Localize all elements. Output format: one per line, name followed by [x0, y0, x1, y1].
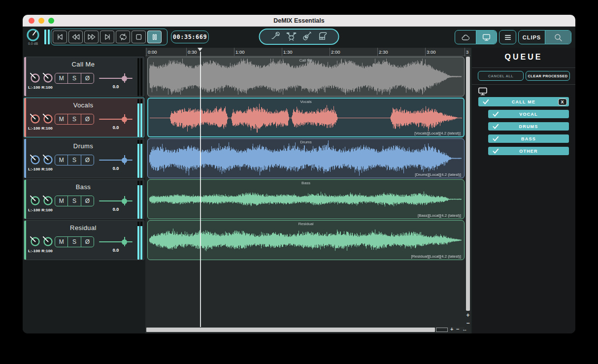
- time-ruler[interactable]: 0:000:301:001:302:002:303:003: [145, 48, 471, 56]
- vertical-scrollbar[interactable]: [466, 57, 470, 320]
- volume-slider[interactable]: [99, 75, 133, 82]
- mute-button[interactable]: M: [55, 73, 67, 83]
- clip-title: Bass: [148, 181, 464, 185]
- h-zoom-fit-button[interactable]: ↔: [462, 326, 467, 332]
- volume-value: 0.0: [107, 125, 125, 130]
- solo-button[interactable]: S: [67, 196, 80, 206]
- transport-rewind-button[interactable]: [68, 31, 83, 43]
- mute-button[interactable]: M: [55, 114, 67, 124]
- zoom-range-box[interactable]: [436, 328, 448, 332]
- pan-left-knob[interactable]: [30, 196, 40, 206]
- v-zoom-in-button[interactable]: +: [465, 312, 471, 319]
- remove-job-button[interactable]: X: [558, 99, 567, 105]
- queue-stem-drums[interactable]: DRUMS: [488, 122, 569, 131]
- phase-button[interactable]: Ø: [81, 237, 94, 247]
- horizontal-scrollbar[interactable]: + − ↔: [145, 327, 465, 332]
- ruler-tick-label: 0:00: [148, 49, 157, 55]
- pan-left-knob[interactable]: [30, 73, 40, 83]
- audio-clip-residual[interactable]: Residual[Residual][Local][4.2 (latest)]: [147, 220, 465, 260]
- transport-loop-button[interactable]: [116, 31, 130, 43]
- transport-fast-forward-button[interactable]: [84, 31, 99, 43]
- ruler-tick: 0:00: [146, 48, 147, 56]
- pan-right-knob[interactable]: [43, 236, 53, 247]
- clip-version-label: [Drums][Local][4.2 (latest)]: [415, 172, 461, 177]
- track-header-drums[interactable]: DrumsMSØL:-100 R:1000.0: [24, 138, 144, 178]
- volume-slider-track: [99, 200, 133, 201]
- menu-button-wrap: [499, 30, 516, 44]
- pan-right-knob[interactable]: [43, 73, 53, 83]
- audio-clip-vocals[interactable]: Vocals[Vocals][Local][4.2 (latest)]: [147, 98, 465, 137]
- clip-title: Call Me: [148, 58, 464, 63]
- menu-icon[interactable]: [499, 31, 516, 44]
- transport-controls: [51, 29, 167, 45]
- pan-right-knob[interactable]: [43, 155, 53, 165]
- volume-slider[interactable]: [99, 157, 133, 164]
- phase-button[interactable]: Ø: [81, 114, 94, 124]
- transport-skip-end-button[interactable]: [100, 31, 114, 43]
- h-zoom-in-button[interactable]: +: [450, 326, 453, 332]
- volume-slider-thumb[interactable]: [122, 117, 127, 122]
- volume-slider-thumb[interactable]: [122, 239, 127, 245]
- phase-button[interactable]: Ø: [81, 196, 94, 206]
- cloud-source-button[interactable]: [455, 31, 476, 44]
- master-volume-knob[interactable]: [26, 28, 40, 42]
- transport-pause-button[interactable]: [147, 31, 162, 43]
- playhead-line[interactable]: [200, 52, 201, 327]
- clips-search-group: CLIPS: [518, 30, 571, 44]
- track-header-vocals[interactable]: VocalsMSØL:-100 R:1000.0: [24, 98, 144, 137]
- ruler-tick-label: 3: [466, 49, 468, 55]
- check-icon: [493, 124, 499, 129]
- track-header-call-me[interactable]: Call MeMSØL:-100 R:1000.0: [24, 57, 144, 97]
- transport-stop-button[interactable]: [132, 31, 146, 43]
- pan-right-knob[interactable]: [43, 196, 53, 206]
- queue-stem-other[interactable]: OTHER: [488, 147, 569, 155]
- queue-stem-bass[interactable]: BASS: [488, 134, 569, 143]
- volume-slider[interactable]: [99, 198, 133, 204]
- cancel-all-button[interactable]: CANCEL ALL: [478, 71, 524, 81]
- audio-clip-drums[interactable]: Drums[Drums][Local][4.2 (latest)]: [147, 138, 465, 178]
- audio-clip-bass[interactable]: Bass[Bass][Local][4.2 (latest)]: [147, 179, 465, 219]
- v-zoom-out-button[interactable]: −: [465, 320, 471, 327]
- pan-right-knob[interactable]: [43, 114, 53, 124]
- audio-clip-call-me[interactable]: Call Me: [147, 57, 465, 97]
- phase-button[interactable]: Ø: [81, 73, 94, 83]
- pan-left-knob[interactable]: [30, 155, 40, 165]
- pan-left-knob[interactable]: [30, 114, 40, 124]
- volume-slider-thumb[interactable]: [122, 158, 127, 163]
- pan-left-knob[interactable]: [30, 236, 40, 247]
- queue-stem-label: VOCAL: [519, 112, 538, 117]
- stem-selector-button[interactable]: [259, 29, 339, 45]
- solo-button[interactable]: S: [67, 155, 80, 165]
- search-button[interactable]: [545, 31, 571, 44]
- queue-stem-vocal[interactable]: VOCAL: [488, 110, 569, 118]
- playhead-marker[interactable]: [198, 48, 202, 51]
- mute-button[interactable]: M: [55, 196, 67, 206]
- clips-button[interactable]: CLIPS: [519, 31, 545, 44]
- volume-slider[interactable]: [99, 116, 133, 123]
- ruler-tick: 2:00: [330, 48, 330, 56]
- solo-button[interactable]: S: [67, 237, 80, 247]
- mute-button[interactable]: M: [55, 155, 67, 165]
- track-header-bass[interactable]: BassMSØL:-100 R:1000.0: [24, 179, 144, 219]
- track-header-residual[interactable]: ResidualMSØL:-100 R:1000.0: [24, 220, 144, 260]
- track-color-strip: [24, 221, 26, 260]
- queue-job-row[interactable]: CALL ME X: [478, 97, 569, 106]
- track-level-meters: [137, 140, 142, 178]
- h-zoom-out-button[interactable]: −: [456, 326, 459, 332]
- phase-button[interactable]: Ø: [81, 155, 94, 165]
- computer-source-button[interactable]: [476, 31, 497, 44]
- solo-button[interactable]: S: [67, 114, 80, 124]
- divider: [472, 67, 575, 68]
- volume-slider-thumb[interactable]: [122, 76, 127, 81]
- check-icon: [493, 111, 499, 117]
- transport-skip-start-button[interactable]: [53, 31, 67, 43]
- time-display[interactable]: 00:35:669: [171, 31, 209, 43]
- horizontal-scrollbar-thumb[interactable]: [146, 328, 435, 332]
- volume-slider-thumb[interactable]: [122, 199, 127, 204]
- source-toggle: [455, 30, 497, 44]
- mute-button[interactable]: M: [55, 237, 67, 247]
- volume-slider[interactable]: [99, 238, 133, 245]
- vertical-scrollbar-thumb[interactable]: [466, 57, 470, 311]
- clear-processed-button[interactable]: CLEAR PROCESSED: [526, 71, 570, 81]
- solo-button[interactable]: S: [67, 73, 80, 83]
